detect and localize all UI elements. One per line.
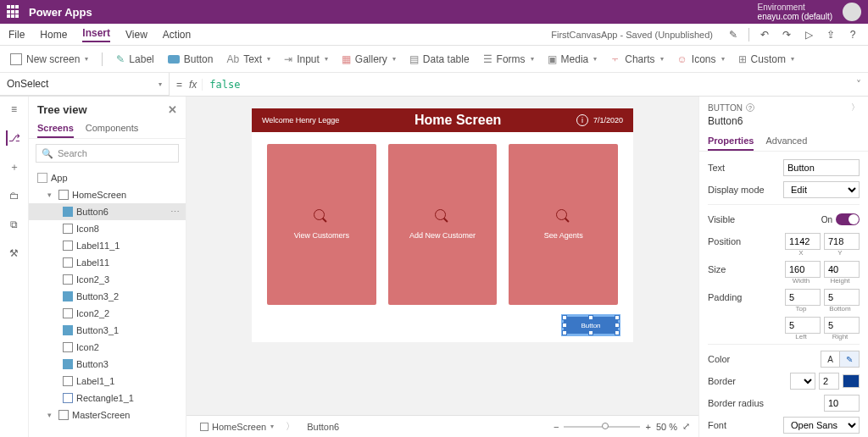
breadcrumb-control[interactable]: Button6 <box>302 420 344 434</box>
redo-icon[interactable]: ↷ <box>780 29 793 41</box>
environment-picker[interactable]: Environment enayu.com (default) <box>758 3 832 21</box>
menu-home[interactable]: Home <box>40 29 67 41</box>
tree-node[interactable]: Label11_1 <box>29 237 186 254</box>
rail-media-icon[interactable]: ⧉ <box>7 217 22 232</box>
menu-view[interactable]: View <box>125 29 147 41</box>
prop-padleft-input[interactable] <box>785 317 821 334</box>
info-icon[interactable]: i <box>576 114 588 126</box>
left-rail: ≡ ⎇ ＋ 🗀 ⧉ ⚒ <box>0 97 29 437</box>
search-icon <box>435 209 450 224</box>
rail-advanced-icon[interactable]: ⚒ <box>7 246 22 261</box>
property-dropdown[interactable]: OnSelect▾ <box>0 73 170 96</box>
checker-icon[interactable]: ✎ <box>726 29 740 41</box>
tree-node[interactable]: Icon2_2 <box>29 305 186 322</box>
tree-node-homescreen[interactable]: ▾HomeScreen <box>29 186 186 203</box>
tree-node[interactable]: Button3 <box>29 356 186 373</box>
zoom-out-icon[interactable]: − <box>554 422 559 432</box>
tree-node-button6[interactable]: Button6⋯ <box>29 203 186 220</box>
expand-formula-icon[interactable]: ˅ <box>849 79 868 91</box>
tool-datatable[interactable]: ▤Data table <box>409 53 470 65</box>
fx-icon[interactable]: fx <box>189 79 203 91</box>
zoom-slider[interactable] <box>564 426 640 428</box>
tree-node[interactable]: Icon8 <box>29 220 186 237</box>
tree-node[interactable]: Button3_2 <box>29 288 186 305</box>
tile-see-agents[interactable]: See Agents <box>509 144 618 305</box>
tool-label[interactable]: ✎Label <box>116 53 153 65</box>
user-avatar[interactable] <box>843 3 861 21</box>
breadcrumb-screen[interactable]: HomeScreen▾ <box>195 420 279 434</box>
tile-add-customer[interactable]: Add New Customer <box>388 144 498 305</box>
share-icon[interactable]: ⇪ <box>824 29 837 41</box>
prop-padright-input[interactable] <box>824 317 860 334</box>
tree-search[interactable]: 🔍Search <box>36 144 179 163</box>
prop-borderstyle-select[interactable]: — <box>790 373 815 390</box>
properties-panel: BUTTON?〉 Button6 Properties Advanced Tex… <box>698 97 868 437</box>
app-header: Welcome Henry Legge Home Screen i 7/1/20… <box>252 108 633 132</box>
rail-hamburger-icon[interactable]: ≡ <box>7 102 22 117</box>
tree-node[interactable]: Button3_1 <box>29 322 186 339</box>
tool-custom[interactable]: ⊞Custom▾ <box>738 53 794 65</box>
prop-x-input[interactable] <box>785 233 821 250</box>
menu-action[interactable]: Action <box>163 29 191 41</box>
tree-node[interactable]: Icon2_3 <box>29 271 186 288</box>
formula-bar: OnSelect▾ = fx false ˅ <box>0 73 868 97</box>
tool-gallery[interactable]: ▦Gallery▾ <box>342 53 396 65</box>
rail-add-icon[interactable]: ＋ <box>7 159 22 174</box>
tool-input[interactable]: ⇥Input▾ <box>284 53 328 65</box>
prop-padtop-input[interactable] <box>785 289 821 306</box>
tool-button[interactable]: Button <box>168 53 214 65</box>
prop-h-input[interactable] <box>824 261 860 278</box>
tree-node[interactable]: Icon2 <box>29 339 186 356</box>
prop-text-input[interactable] <box>783 159 860 176</box>
tree-node-app[interactable]: App <box>29 169 186 186</box>
screen-preview[interactable]: Welcome Henry Legge Home Screen i 7/1/20… <box>252 108 633 342</box>
prop-bordercolor-swatch[interactable] <box>843 374 860 388</box>
play-icon[interactable]: ▷ <box>802 29 815 41</box>
tool-new-screen[interactable]: New screen▾ <box>10 53 88 65</box>
tab-advanced[interactable]: Advanced <box>765 132 807 151</box>
fit-icon[interactable]: ⤢ <box>682 421 690 432</box>
prop-visible-toggle[interactable] <box>836 213 860 225</box>
help-icon[interactable]: ? <box>846 29 860 41</box>
help-icon[interactable]: ? <box>746 103 754 112</box>
menu-file[interactable]: File <box>8 29 25 41</box>
formula-input[interactable]: false <box>203 79 849 91</box>
tab-screens[interactable]: Screens <box>37 119 74 138</box>
prop-color-picker[interactable]: A✎ <box>821 351 860 368</box>
prop-padbot-input[interactable] <box>824 289 860 306</box>
tool-text[interactable]: AbText▾ <box>226 53 270 65</box>
rail-data-icon[interactable]: 🗀 <box>7 188 22 203</box>
design-canvas[interactable]: Welcome Henry Legge Home Screen i 7/1/20… <box>186 97 698 415</box>
zoom-in-icon[interactable]: + <box>645 422 650 432</box>
zoom-value: 50 % <box>656 422 677 432</box>
prop-displaymode-select[interactable]: Edit <box>783 181 860 198</box>
node-context-icon[interactable]: ⋯ <box>170 207 181 218</box>
tool-icons[interactable]: ☺Icons▾ <box>677 53 725 65</box>
prop-font-select[interactable]: Open Sans <box>783 417 860 434</box>
close-icon[interactable]: ✕ <box>168 103 177 116</box>
save-status: FirstCanvasApp - Saved (Unpublished) <box>551 30 713 40</box>
tree-node-masterscreen[interactable]: ▾MasterScreen <box>29 407 186 423</box>
tool-charts[interactable]: ⫟Charts▾ <box>610 53 663 65</box>
app-launcher-icon[interactable] <box>7 5 20 19</box>
tab-properties[interactable]: Properties <box>708 132 754 151</box>
tree-node[interactable]: Label11 <box>29 254 186 271</box>
control-name: Button6 <box>699 115 868 132</box>
tree-node[interactable]: Label1_1 <box>29 373 186 390</box>
chevron-right-icon[interactable]: 〉 <box>851 102 860 113</box>
prop-radius-input[interactable] <box>824 395 860 412</box>
prop-w-input[interactable] <box>785 261 821 278</box>
search-icon: 🔍 <box>42 148 53 159</box>
tile-view-customers[interactable]: View Customers <box>267 144 376 305</box>
rail-tree-icon[interactable]: ⎇ <box>6 130 21 146</box>
prop-borderwidth-input[interactable] <box>819 373 839 390</box>
menu-insert[interactable]: Insert <box>82 27 110 42</box>
tab-components[interactable]: Components <box>86 119 138 138</box>
selected-button[interactable]: Button <box>564 317 618 334</box>
prop-y-input[interactable] <box>824 233 860 250</box>
undo-icon[interactable]: ↶ <box>758 29 771 41</box>
tool-media[interactable]: ▣Media▾ <box>548 53 598 65</box>
tree-node[interactable]: Rectangle1_1 <box>29 390 186 407</box>
menu-bar: File Home Insert View Action FirstCanvas… <box>0 24 868 46</box>
tool-forms[interactable]: ☰Forms▾ <box>483 53 534 65</box>
